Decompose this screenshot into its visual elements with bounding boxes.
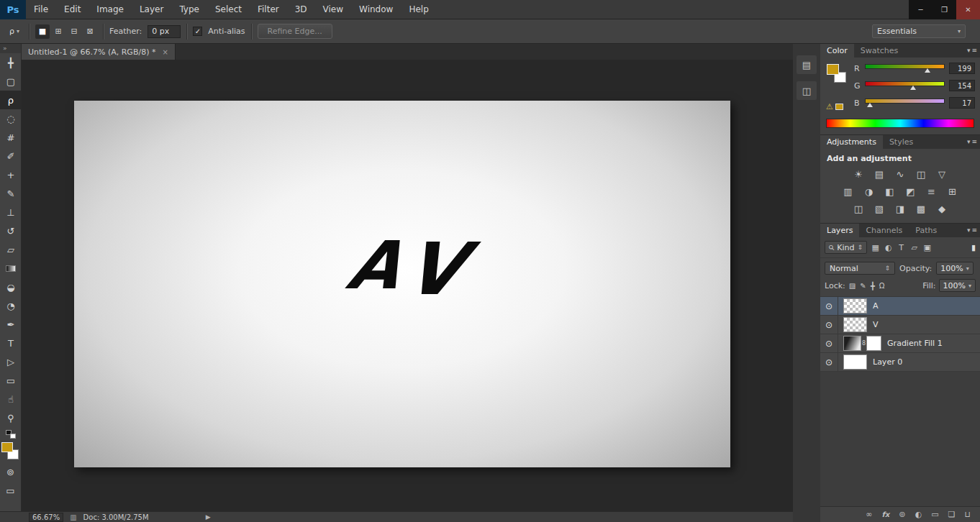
- selective-color-button[interactable]: ◆: [933, 201, 951, 216]
- polygonal-lasso-tool[interactable]: ρ: [0, 91, 22, 109]
- layer-row[interactable]: ⊙8Gradient Fill 1: [820, 334, 980, 353]
- quick-selection-tool[interactable]: ◌: [0, 109, 22, 128]
- exposure-button[interactable]: ◫: [912, 167, 930, 182]
- menu-window[interactable]: Window: [351, 0, 401, 19]
- photo-filter-button[interactable]: ◩: [902, 184, 920, 199]
- curves-button[interactable]: ∿: [891, 167, 909, 182]
- menu-image[interactable]: Image: [89, 0, 132, 19]
- adjustment-layer-filter-button[interactable]: ◐: [882, 241, 894, 254]
- color-balance-button[interactable]: ◑: [860, 184, 878, 199]
- color-lookup-button[interactable]: ⊞: [943, 184, 961, 199]
- quick-mask-button[interactable]: ⊚: [0, 462, 22, 481]
- layer-row[interactable]: ⊙Layer 0: [820, 353, 980, 372]
- visibility-toggle[interactable]: ⊙: [820, 353, 838, 371]
- slider-thumb[interactable]: [867, 103, 873, 107]
- history-brush-tool[interactable]: ↺: [0, 221, 22, 240]
- layer-style-button[interactable]: fx: [881, 510, 889, 518]
- minimize-button[interactable]: ─: [909, 0, 933, 19]
- delete-layer-button[interactable]: ⊔: [964, 510, 971, 519]
- new-group-button[interactable]: ▭: [931, 510, 938, 519]
- shape-layer-filter-button[interactable]: ▱: [908, 241, 920, 254]
- new-layer-button[interactable]: ❏: [948, 510, 956, 519]
- tab-close-icon[interactable]: ×: [162, 48, 168, 56]
- screen-mode-button[interactable]: ▭: [0, 481, 22, 500]
- lock-all-button[interactable]: Ω: [879, 282, 885, 290]
- zoom-tool[interactable]: ⚲: [0, 408, 22, 427]
- default-colors-icon[interactable]: [6, 430, 16, 439]
- menu-layer[interactable]: Layer: [132, 0, 171, 19]
- foreground-color-swatch[interactable]: [1, 442, 13, 452]
- anti-alias-checkbox[interactable]: ✓: [193, 27, 202, 36]
- slider-thumb[interactable]: [910, 86, 916, 90]
- brush-tool[interactable]: ✎: [0, 184, 22, 203]
- feather-input[interactable]: 0 px: [148, 25, 181, 38]
- lock-position-button[interactable]: ╋: [871, 282, 875, 290]
- posterize-button[interactable]: ▧: [871, 201, 889, 216]
- workspace-switcher[interactable]: Essentials ▾: [872, 24, 966, 38]
- new-adjustment-layer-button[interactable]: ◐: [915, 510, 922, 519]
- menu-filter[interactable]: Filter: [250, 0, 287, 19]
- add-layer-mask-button[interactable]: ⊚: [899, 510, 905, 519]
- document-tab[interactable]: Untitled-1 @ 66.7% (A, RGB/8) * ×: [22, 44, 176, 60]
- channel-mixer-button[interactable]: ≡: [922, 184, 940, 199]
- slider-thumb[interactable]: [925, 68, 930, 73]
- r-value-input[interactable]: 199: [949, 63, 975, 74]
- foreground-color-swatch[interactable]: [827, 64, 839, 75]
- b-value-input[interactable]: 17: [949, 97, 975, 109]
- black-white-button[interactable]: ◧: [881, 184, 899, 199]
- document-canvas[interactable]: A V: [74, 101, 730, 467]
- subtract-from-selection-button[interactable]: ⊟: [67, 24, 81, 39]
- visibility-toggle[interactable]: ⊙: [820, 297, 838, 315]
- layer-row[interactable]: ⊙A: [820, 297, 980, 316]
- tab-paths[interactable]: Paths: [909, 224, 943, 237]
- blur-tool[interactable]: ◒: [0, 278, 22, 296]
- levels-button[interactable]: ▤: [871, 167, 889, 182]
- history-panel-button[interactable]: ▤: [797, 55, 817, 74]
- clone-stamp-tool[interactable]: ⊥: [0, 203, 22, 221]
- layer-filter-kind-dropdown[interactable]: ⚲ Kind ⇕: [825, 241, 867, 254]
- link-layers-button[interactable]: ∞: [866, 510, 872, 519]
- menu-3d[interactable]: 3D: [287, 0, 315, 19]
- toolbar-collapse-button[interactable]: »: [0, 44, 21, 53]
- canvas-area[interactable]: A V: [22, 60, 793, 511]
- tab-adjustments[interactable]: Adjustments: [820, 135, 883, 149]
- status-menu-arrow-icon[interactable]: ▶: [206, 513, 211, 521]
- menu-view[interactable]: View: [315, 0, 351, 19]
- tool-preset-picker[interactable]: ρ ▾: [6, 25, 23, 37]
- g-value-input[interactable]: 154: [949, 80, 975, 91]
- menu-help[interactable]: Help: [401, 0, 436, 19]
- tab-channels[interactable]: Channels: [859, 224, 909, 237]
- spot-healing-brush-tool[interactable]: +: [0, 165, 22, 184]
- zoom-level-input[interactable]: 66.67%: [29, 513, 63, 522]
- brightness-contrast-button[interactable]: ☀: [850, 167, 868, 182]
- hand-tool[interactable]: ☝: [0, 390, 22, 408]
- pen-tool[interactable]: ✒: [0, 315, 22, 334]
- g-slider[interactable]: [865, 81, 945, 91]
- close-button[interactable]: ✕: [956, 0, 980, 19]
- layers-panel-menu-button[interactable]: ▾ ≡: [967, 226, 977, 234]
- tab-swatches[interactable]: Swatches: [854, 44, 905, 58]
- gradient-map-button[interactable]: ▩: [912, 201, 930, 216]
- lock-transparency-button[interactable]: ▨: [849, 282, 856, 290]
- intersect-selection-button[interactable]: ⊠: [83, 24, 97, 39]
- layer-row[interactable]: ⊙V: [820, 316, 980, 334]
- eyedropper-tool[interactable]: ✐: [0, 147, 22, 165]
- invert-button[interactable]: ◫: [850, 201, 868, 216]
- color-spectrum-ramp[interactable]: [826, 119, 974, 128]
- new-selection-button[interactable]: ■: [35, 24, 50, 39]
- menu-edit[interactable]: Edit: [56, 0, 89, 19]
- crop-tool[interactable]: #: [0, 128, 22, 147]
- eraser-tool[interactable]: ▱: [0, 240, 22, 259]
- color-panel-menu-button[interactable]: ▾ ≡: [967, 47, 977, 54]
- hue-saturation-button[interactable]: ▥: [839, 184, 857, 199]
- type-tool[interactable]: T: [0, 334, 22, 352]
- lock-pixels-button[interactable]: ✎: [860, 282, 866, 290]
- gamut-warning[interactable]: ⚠: [826, 102, 843, 111]
- blend-mode-dropdown[interactable]: Normal ⇕: [825, 262, 895, 275]
- pixel-layer-filter-button[interactable]: ▦: [869, 241, 881, 254]
- layer-filter-toggle[interactable]: ▮: [971, 243, 976, 252]
- tab-color[interactable]: Color: [820, 44, 854, 58]
- fill-input[interactable]: 100% ▾: [939, 279, 976, 292]
- move-tool[interactable]: ╋: [0, 53, 22, 72]
- tab-styles[interactable]: Styles: [883, 135, 920, 149]
